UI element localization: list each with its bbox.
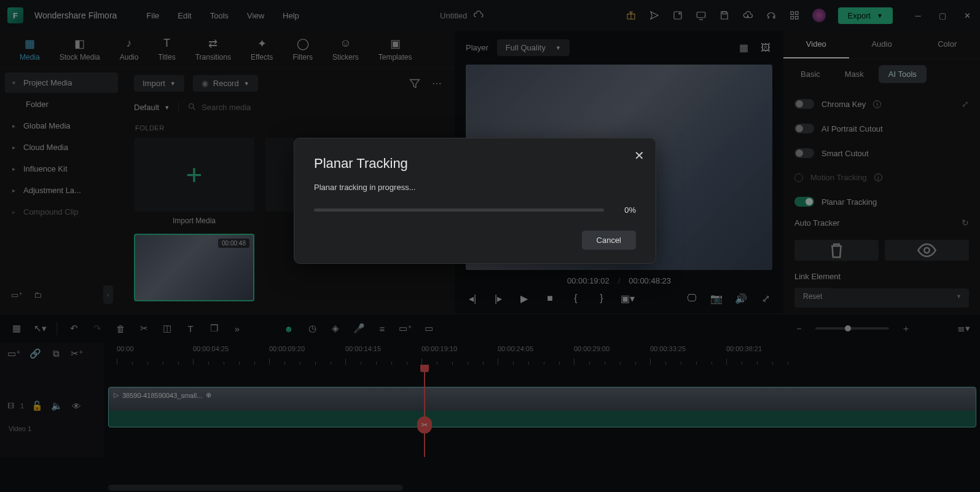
dialog-close-icon[interactable]: ✕ — [634, 148, 645, 163]
cancel-button[interactable]: Cancel — [582, 231, 636, 250]
planar-tracking-dialog: ✕ Planar Tracking Planar tracking in pro… — [294, 138, 656, 264]
progress-bar — [314, 208, 604, 212]
dialog-message: Planar tracking in progress... — [314, 183, 636, 192]
dialog-title: Planar Tracking — [314, 156, 636, 172]
progress-percent: 0% — [615, 205, 636, 215]
